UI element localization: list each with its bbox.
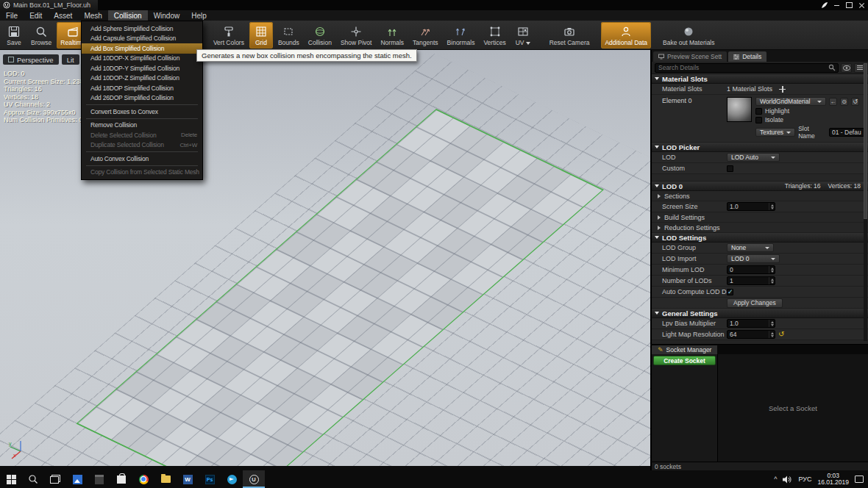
taskbar-photoshop-button[interactable]	[199, 470, 221, 488]
menu-help[interactable]: Help	[185, 10, 213, 21]
custom-checkbox[interactable]	[727, 165, 733, 172]
grid-toggle[interactable]: Grid	[249, 22, 273, 49]
menu-item-remove-collision[interactable]: Remove Collision	[82, 121, 202, 131]
lod-picker-expander[interactable]	[652, 174, 868, 182]
screen-size-field[interactable]	[727, 202, 775, 211]
spinner-icon[interactable]	[769, 320, 775, 327]
lpv-bias-field[interactable]	[727, 319, 775, 328]
language-indicator[interactable]: РУС	[798, 476, 811, 483]
menu-file[interactable]: File	[0, 10, 24, 21]
menu-item-add-26dop-collision[interactable]: Add 26DOP Simplified Collision	[82, 93, 202, 104]
section-general-settings[interactable]: General Settings	[652, 309, 868, 318]
menu-item-convert-boxes-to-convex[interactable]: Convert Boxes to Convex	[82, 107, 202, 117]
menu-edit[interactable]: Edit	[24, 10, 48, 21]
taskbar-file-explorer-button[interactable]	[154, 470, 177, 488]
menu-item-add-10dopx-collision[interactable]: Add 10DOP-X Simplified Collision	[82, 54, 202, 64]
additional-data-toggle[interactable]: Additional Data	[601, 22, 651, 49]
vert-colors-button[interactable]: Vert Colors	[210, 22, 248, 49]
window-title-tab[interactable]: Main Box.01_LM_Floor.uh	[0, 0, 98, 10]
normals-toggle[interactable]: Normals	[377, 22, 408, 49]
tab-details[interactable]: Details	[728, 51, 766, 62]
taskbar-chrome-button[interactable]	[132, 470, 154, 488]
menu-item-add-18dop-collision[interactable]: Add 18DOP Simplified Collision	[82, 83, 202, 93]
taskbar-calculator-button[interactable]	[88, 470, 110, 488]
reduction-settings-expand-row[interactable]: Reduction Settings	[652, 223, 868, 233]
close-button[interactable]	[855, 0, 868, 10]
lod-dropdown[interactable]: LOD Auto	[727, 153, 780, 162]
spinner-icon[interactable]	[769, 203, 775, 210]
menu-asset[interactable]: Asset	[48, 10, 78, 21]
taskbar-store-button[interactable]	[110, 470, 132, 488]
menu-item-add-10dopz-collision[interactable]: Add 10DOP-Z Simplified Collision	[82, 73, 202, 84]
task-view-button[interactable]	[44, 470, 66, 488]
view-options-button[interactable]	[841, 63, 852, 73]
section-lod-settings[interactable]: LOD Settings	[652, 233, 868, 243]
maximize-button[interactable]	[843, 0, 855, 10]
slot-name-field[interactable]	[829, 128, 864, 137]
tab-preview-scene-settings[interactable]: Preview Scene Sett	[653, 51, 727, 62]
taskbar-search-button[interactable]	[22, 470, 44, 488]
menu-item-add-10dopy-collision[interactable]: Add 10DOP-Y Simplified Collision	[82, 63, 202, 73]
use-selected-asset-button[interactable]: ←	[829, 98, 837, 106]
spinner-icon[interactable]	[769, 331, 775, 338]
menu-item-add-box-collision[interactable]: Add Box Simplified Collision	[82, 43, 202, 54]
minimum-lod-field[interactable]	[727, 265, 775, 274]
speaker-icon[interactable]	[783, 476, 792, 484]
browse-button[interactable]: Browse	[27, 22, 55, 49]
vertices-toggle[interactable]: Vertices	[480, 22, 509, 49]
menu-mesh[interactable]: Mesh	[78, 10, 107, 21]
taskbar-clock[interactable]: 0:03 16.01.2019	[817, 473, 849, 487]
number-of-lods-field[interactable]	[727, 276, 775, 285]
reset-to-default-icon[interactable]: ↺	[778, 331, 784, 338]
camera-mode-dropdown[interactable]: Perspective	[3, 54, 59, 65]
lightmap-resolution-field[interactable]	[727, 330, 775, 339]
scrollbar-thumb[interactable]	[864, 63, 867, 219]
menu-item-add-capsule-collision[interactable]: Add Capsule Simplified Collision	[82, 34, 202, 44]
auto-compute-lod-checkbox[interactable]	[727, 289, 733, 295]
sections-expand-row[interactable]: Sections	[652, 191, 868, 201]
add-material-slot-button[interactable]	[778, 85, 786, 93]
tangents-toggle[interactable]: Tangents	[409, 22, 442, 49]
apply-changes-button[interactable]: Apply Changes	[727, 298, 783, 308]
search-input[interactable]	[655, 64, 828, 72]
action-center-icon[interactable]	[855, 476, 864, 483]
highlight-checkbox[interactable]	[755, 108, 762, 115]
uv-toggle[interactable]: UV	[511, 22, 535, 49]
binormals-toggle[interactable]: Binormals	[444, 22, 479, 49]
menu-window[interactable]: Window	[148, 10, 186, 21]
spinner-icon[interactable]	[769, 277, 775, 284]
isolate-checkbox[interactable]	[755, 117, 762, 123]
section-material-slots[interactable]: Material Slots	[652, 74, 868, 84]
material-dropdown[interactable]: WorldGridMaterial	[755, 97, 826, 106]
reset-camera-button[interactable]: Reset Camera	[546, 22, 594, 49]
lod-group-dropdown[interactable]: None	[727, 243, 774, 252]
details-scrollbar[interactable]	[864, 63, 867, 341]
socket-manager-tab[interactable]: Socket Manager	[652, 345, 717, 354]
show-pivot-toggle[interactable]: Show Pivot	[337, 22, 376, 49]
collision-toggle[interactable]: Collision	[305, 22, 335, 49]
bake-out-materials-button[interactable]: Bake out Materials	[659, 22, 718, 49]
spinner-icon[interactable]	[769, 266, 775, 273]
taskbar-telegram-button[interactable]	[221, 470, 243, 488]
menu-item-add-sphere-collision[interactable]: Add Sphere Simplified Collision	[82, 24, 202, 34]
reset-material-button[interactable]: ↺	[851, 98, 859, 106]
menu-collision[interactable]: Collision	[108, 10, 148, 21]
textures-dropdown[interactable]: Textures	[755, 128, 795, 137]
taskbar-word-button[interactable]	[177, 470, 199, 488]
save-button[interactable]: Save	[2, 22, 26, 49]
material-thumbnail[interactable]	[727, 97, 752, 122]
bounds-toggle[interactable]: Bounds	[274, 22, 303, 49]
view-mode-dropdown[interactable]: Lit	[62, 54, 79, 65]
hidden-icons-chevron[interactable]: ^	[774, 476, 777, 483]
create-socket-button[interactable]: Create Socket	[653, 356, 716, 365]
lod-import-dropdown[interactable]: LOD 0	[727, 254, 780, 263]
socket-list[interactable]: Create Socket	[652, 354, 718, 462]
section-lod0[interactable]: LOD 0 Triangles: 16 Vertices: 18	[652, 182, 868, 191]
start-button[interactable]	[0, 470, 22, 488]
browse-asset-button[interactable]: ⊙	[840, 98, 848, 106]
build-settings-expand-row[interactable]: Build Settings	[652, 212, 868, 223]
menu-item-auto-convex-collision[interactable]: Auto Convex Collision	[82, 154, 202, 164]
taskbar-photos-button[interactable]	[66, 470, 88, 488]
section-lod-picker[interactable]: LOD Picker	[652, 143, 868, 152]
minimize-button[interactable]	[830, 0, 843, 10]
